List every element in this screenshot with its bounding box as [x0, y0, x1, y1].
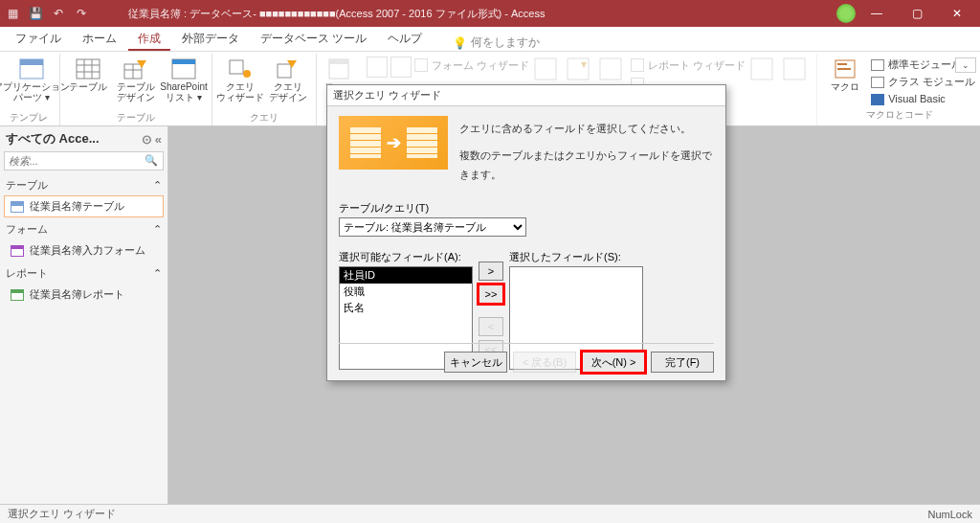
tell-me-search[interactable]: 💡 何をしますか	[453, 34, 540, 51]
ribbon-group-label: テーブル	[117, 110, 155, 126]
collapse-ribbon-button[interactable]: ⌄	[955, 57, 976, 73]
nav-title: すべての Acce...	[6, 130, 100, 148]
status-numlock: NumLock	[928, 509, 972, 520]
table-query-label: テーブル/クエリ(T)	[339, 201, 714, 216]
list-item[interactable]: 氏名	[340, 300, 472, 316]
list-item[interactable]: 役職	[340, 284, 472, 300]
ribbon-group-queries: クエリ ウィザード クエリ デザイン クエリ	[212, 54, 317, 125]
tab-dbtools[interactable]: データベース ツール	[251, 27, 376, 51]
query-wizard-dialog: 選択クエリ ウィザード ➔ クエリに含めるフィールドを選択してください。 複数の…	[326, 84, 726, 381]
remove-field-button[interactable]: <	[479, 317, 503, 336]
macro-button[interactable]: マクロ	[823, 57, 867, 110]
minimize-button[interactable]: ―	[858, 0, 896, 27]
tab-create[interactable]: 作成	[128, 27, 170, 51]
undo-icon[interactable]: ↶	[50, 5, 67, 22]
svg-rect-20	[751, 58, 772, 80]
maximize-button[interactable]: ▢	[898, 0, 936, 27]
svg-rect-11	[172, 59, 195, 64]
chevron-up-icon: ⌃	[153, 223, 162, 236]
query-wizard-button[interactable]: クエリ ウィザード	[218, 57, 262, 110]
svg-rect-16	[329, 59, 348, 64]
ribbon-group-label: クエリ	[250, 110, 278, 126]
finish-button[interactable]: 完了(F)	[651, 352, 714, 373]
nav-item-form[interactable]: 従業員名簿入力フォーム	[4, 239, 164, 262]
ribbon-tabs: ファイル ホーム 作成 外部データ データベース ツール ヘルプ 💡 何をします…	[0, 27, 980, 52]
class-module-button[interactable]: クラス モジュール	[871, 74, 975, 90]
tell-me-placeholder: 何をしますか	[471, 34, 540, 51]
svg-rect-1	[20, 59, 43, 65]
nav-search-input[interactable]	[4, 151, 164, 171]
app-parts-button[interactable]: アプリケーション パーツ ▾	[10, 57, 54, 110]
ribbon-group-tables: テーブル テーブル デザイン SharePoint リスト ▾ テーブル	[60, 54, 212, 125]
add-all-fields-button[interactable]: >>	[479, 284, 503, 304]
table-button[interactable]: テーブル	[66, 57, 110, 110]
query-design-button[interactable]: クエリ デザイン	[266, 57, 310, 110]
app-icon: ▦	[4, 5, 21, 22]
save-icon[interactable]: 💾	[27, 5, 44, 22]
table-design-button[interactable]: テーブル デザイン	[114, 57, 158, 110]
svg-rect-14	[278, 64, 291, 78]
wizard-illustration: ➔	[339, 116, 448, 170]
table-icon	[11, 201, 24, 213]
chevron-up-icon: ⌃	[153, 267, 162, 280]
wizard-desc-2: 複数のテーブルまたはクエリからフィールドを選択できます。	[459, 147, 714, 185]
form-wizard-button[interactable]: フォーム ウィザード	[414, 57, 529, 74]
svg-rect-21	[784, 58, 805, 80]
nav-section-reports[interactable]: レポート⌃	[0, 262, 167, 283]
svg-rect-18	[568, 58, 589, 80]
tab-home[interactable]: ホーム	[73, 27, 126, 51]
tab-file[interactable]: ファイル	[6, 27, 71, 51]
search-icon: 🔍	[145, 154, 158, 167]
nav-section-forms[interactable]: フォーム⌃	[0, 218, 167, 239]
svg-rect-24	[837, 68, 851, 70]
user-avatar[interactable]	[836, 4, 856, 23]
nav-collapse-icon[interactable]: «	[155, 132, 162, 147]
add-field-button[interactable]: >	[479, 262, 503, 281]
close-button[interactable]: ✕	[938, 0, 976, 27]
report-icon	[11, 289, 24, 301]
dialog-title: 選択クエリ ウィザード	[327, 85, 725, 106]
svg-rect-19	[600, 58, 621, 80]
ribbon-group-template: アプリケーション パーツ ▾ テンプレート	[4, 54, 60, 125]
table-query-select[interactable]: テーブル: 従業員名簿テーブル	[339, 217, 526, 237]
status-left: 選択クエリ ウィザード	[8, 507, 116, 521]
titlebar: ▦ 💾 ↶ ↷ 従業員名簿 : データベース- ■■■■■■■■■■■■(Acc…	[0, 0, 980, 27]
statusbar: 選択クエリ ウィザード NumLock	[0, 504, 980, 523]
form-icon	[11, 245, 24, 257]
tab-help[interactable]: ヘルプ	[378, 27, 432, 51]
svg-rect-12	[230, 60, 243, 74]
selected-fields-label: 選択したフィールド(S):	[509, 250, 643, 264]
ribbon-group-label: マクロとコード	[866, 107, 933, 124]
svg-point-13	[243, 70, 251, 78]
chevron-up-icon: ⌃	[153, 179, 162, 192]
cancel-button[interactable]: キャンセル	[444, 352, 507, 373]
svg-rect-2	[77, 59, 100, 79]
nav-item-report[interactable]: 従業員名簿レポート	[4, 284, 164, 306]
visual-basic-button[interactable]: Visual Basic	[871, 91, 975, 107]
sharepoint-list-button[interactable]: SharePoint リスト ▾	[162, 57, 206, 110]
nav-search[interactable]: 🔍	[4, 151, 164, 171]
search-icon: 💡	[453, 36, 467, 50]
wizard-desc-1: クエリに含めるフィールドを選択してください。	[459, 120, 714, 139]
back-button[interactable]: < 戻る(B)	[513, 352, 576, 373]
nav-item-table[interactable]: 従業員名簿テーブル	[4, 195, 164, 217]
available-fields-label: 選択可能なフィールド(A):	[339, 250, 473, 264]
next-button[interactable]: 次へ(N) >	[582, 352, 645, 373]
report-wizard-button[interactable]: レポート ウィザード	[631, 57, 746, 74]
nav-dropdown-icon[interactable]: ⊙	[142, 132, 152, 147]
list-item[interactable]: 社員ID	[340, 267, 472, 284]
svg-rect-17	[535, 58, 556, 80]
navigation-pane: すべての Acce... ⊙ « 🔍 テーブル⌃ 従業員名簿テーブル フォーム⌃…	[0, 126, 168, 504]
svg-rect-23	[837, 63, 847, 65]
tab-external[interactable]: 外部データ	[172, 27, 249, 51]
redo-icon[interactable]: ↷	[73, 5, 90, 22]
window-title: 従業員名簿 : データベース- ■■■■■■■■■■■■(Access 2007…	[90, 7, 836, 21]
nav-section-tables[interactable]: テーブル⌃	[0, 174, 167, 194]
